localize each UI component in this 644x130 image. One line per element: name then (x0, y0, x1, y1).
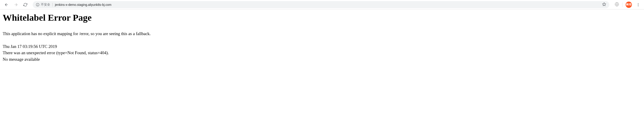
bookmark-button[interactable] (602, 2, 606, 7)
arrow-right-icon (14, 3, 18, 7)
forward-button[interactable] (12, 1, 20, 9)
svg-point-8 (638, 6, 638, 6)
page-content: Whitelabel Error Page This application h… (0, 10, 644, 65)
toolbar-divider (622, 3, 622, 7)
address-divider (52, 3, 53, 7)
avatar-initials: 树伟 (626, 3, 632, 7)
error-page-title: Whitelabel Error Page (3, 12, 641, 23)
error-fallback-message: This application has no explicit mapping… (3, 31, 641, 37)
info-icon (36, 3, 40, 7)
error-timestamp: Thu Jan 17 03:19:56 UTC 2019 (3, 43, 641, 50)
arrow-left-icon (4, 3, 9, 7)
security-badge[interactable]: 不安全 (36, 3, 50, 7)
url-text: jenkins-x-demo.staging.aliyunk8s-bj.com (55, 3, 600, 7)
security-label: 不安全 (41, 3, 50, 7)
star-icon (602, 2, 606, 6)
svg-point-6 (638, 3, 638, 4)
extensions-button[interactable] (615, 2, 619, 8)
error-details: There was an unexpected error (type=Not … (3, 50, 641, 56)
reload-icon (23, 3, 27, 7)
globe-icon (615, 2, 619, 7)
error-message: No message available (3, 56, 641, 63)
browser-toolbar: 不安全 jenkins-x-demo.staging.aliyunk8s-bj.… (0, 0, 644, 10)
dots-vertical-icon (636, 3, 640, 7)
svg-point-2 (38, 5, 38, 6)
address-bar[interactable]: 不安全 jenkins-x-demo.staging.aliyunk8s-bj.… (33, 1, 609, 8)
menu-button[interactable] (635, 2, 641, 8)
svg-marker-3 (602, 3, 606, 6)
profile-avatar[interactable]: 树伟 (626, 2, 632, 8)
toolbar-right: 树伟 (613, 2, 641, 8)
svg-point-7 (638, 4, 638, 5)
reload-button[interactable] (22, 1, 29, 9)
back-button[interactable] (3, 1, 10, 9)
